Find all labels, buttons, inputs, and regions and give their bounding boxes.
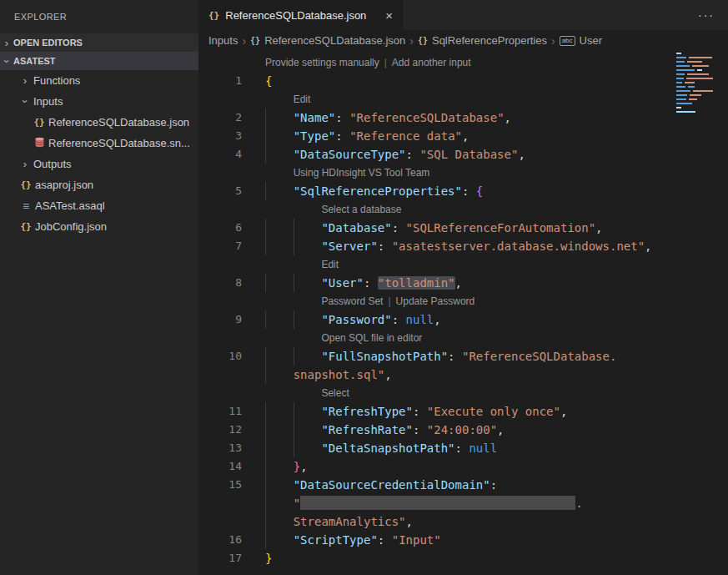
code-token: snapshot.sql" (294, 368, 385, 381)
code-token: : (448, 350, 462, 363)
indent-guide (265, 512, 294, 531)
json-icon: {} (208, 10, 219, 21)
breadcrumb-label: SqlReferenceProperties (432, 34, 547, 47)
code-token: , (384, 368, 391, 381)
tab-referencesqldatabase-json[interactable]: {} ReferenceSQLDatabase.json × (198, 0, 403, 30)
minimap-line (676, 111, 725, 113)
code-token: "DataSourceCredentialDomain" (294, 478, 490, 492)
breadcrumb-separator-icon: › (409, 34, 414, 48)
close-tab-icon[interactable]: × (385, 8, 393, 23)
codelens-link-edit[interactable]: Edit (321, 259, 339, 270)
breadcrumb-item-user[interactable]: abcUser (560, 34, 602, 47)
minimap-line (676, 57, 725, 58)
code-token: "24:00:00" (427, 423, 497, 436)
code-token: : (413, 405, 427, 418)
minimap[interactable] (676, 53, 725, 115)
codelens-link-select-a-database[interactable]: Select a database (321, 204, 401, 215)
code-token: "Server" (321, 240, 377, 253)
codelens-link-select[interactable]: Select (321, 387, 349, 399)
codelens-link-edit[interactable]: Edit (294, 93, 311, 105)
explorer-title: EXPLORER (0, 0, 198, 33)
code-line: 3"Type": "Reference data", (198, 127, 728, 145)
code-editor[interactable]: Provide settings manually|Add another in… (198, 51, 728, 575)
code-token: , (645, 240, 651, 253)
indent-guide (265, 219, 294, 237)
json-icon: {} (18, 179, 33, 190)
indent-guide (265, 402, 294, 421)
code-token: "Password" (321, 313, 391, 326)
tree-item-functions[interactable]: ›Functions (0, 70, 198, 91)
code-line: 4"DataSourceType": "SQL Database", (198, 145, 728, 164)
chevron-right-icon: › (0, 37, 13, 49)
code-token: "User" (321, 276, 364, 290)
code-token: "RefreshRate" (321, 423, 413, 436)
tree-item-label: ReferenceSQLDatabase.sn... (48, 137, 190, 149)
code-token: "Database" (321, 221, 391, 235)
tree-item-referencesqldatabase-sn[interactable]: ReferenceSQLDatabase.sn... (0, 133, 198, 154)
code-token: "Execute only once" (427, 405, 560, 418)
tab-bar: {} ReferenceSQLDatabase.json × ··· (198, 0, 728, 30)
tree-item-asatest-asaql[interactable]: ≡ASATest.asaql (0, 195, 198, 216)
code-token: { (265, 74, 272, 88)
string-symbol-icon: abc (560, 36, 575, 46)
breadcrumb-item-referencesqldatabase-json[interactable]: {}ReferenceSQLDatabase.json (250, 34, 405, 47)
indent-guide (265, 274, 294, 292)
breadcrumb-label: User (580, 34, 602, 47)
code-line: StreamAnalytics", (198, 512, 728, 531)
code-token: . (575, 497, 582, 510)
code-line: 10"FullSnapshotPath": "ReferenceSQLDatab… (198, 347, 728, 366)
codelens-link-provide-settings-manually[interactable]: Provide settings manually (265, 57, 379, 68)
code-token: , (462, 129, 469, 143)
breadcrumb-item-sqlreferenceproperties[interactable]: {}SqlReferenceProperties (418, 34, 547, 47)
line-number (198, 329, 242, 347)
tree-item-outputs[interactable]: ›Outputs (0, 154, 198, 174)
line-number: 17 (198, 549, 242, 567)
open-editors-section[interactable]: › OPEN EDITORS (0, 33, 198, 52)
minimap-line (676, 86, 725, 88)
line-number (198, 53, 242, 72)
line-number: 15 (198, 476, 242, 494)
code-token: : (462, 184, 476, 198)
codelens-separator: | (388, 295, 390, 307)
codelens-link-open-sql-file-in-editor[interactable]: Open SQL file in editor (321, 332, 422, 344)
code-token: null (469, 441, 497, 455)
more-actions-button[interactable]: ··· (698, 0, 715, 30)
tree-item-label: Outputs (33, 158, 72, 170)
workspace-section-asatest[interactable]: › ASATEST (0, 52, 198, 70)
tree-item-jobconfig-json[interactable]: {}JobConfig.json (0, 216, 198, 237)
code-token: : (406, 148, 420, 161)
code-line: 7"Server": "asatestserver.database.windo… (198, 237, 728, 255)
tree-item-referencesqldatabase-json[interactable]: {}ReferenceSQLDatabase.json (0, 112, 198, 133)
breadcrumb-item-inputs[interactable]: Inputs (208, 34, 238, 47)
json-symbol-icon: {} (250, 36, 260, 45)
workspace-label: ASATEST (13, 56, 56, 66)
tree-item-asaproj-json[interactable]: {}asaproj.json (0, 174, 198, 195)
code-token: null (406, 313, 434, 326)
code-token: "DataSourceType" (294, 148, 406, 161)
json-icon: {} (18, 221, 33, 232)
code-token: "Input" (392, 533, 441, 547)
tree-item-label: Inputs (33, 95, 63, 108)
code-token: "RefreshType" (321, 405, 413, 418)
tab-label: ReferenceSQLDatabase.json (225, 9, 366, 22)
code-token: "Reference data" (349, 129, 462, 143)
line-number: 13 (198, 439, 242, 457)
indent-guide (294, 237, 322, 255)
code-token: "Name" (294, 111, 336, 124)
line-number: 9 (198, 310, 242, 329)
json-icon: {} (32, 117, 47, 128)
code-token: : (392, 221, 406, 235)
code-token: : (490, 478, 497, 492)
codelens-link-add-another-input[interactable]: Add another input (392, 57, 471, 68)
codelens-link-password-set[interactable]: Password Set (321, 295, 383, 307)
tree-item-inputs[interactable]: ›Inputs (0, 91, 198, 112)
code-token: "DeltaSnapshotPath" (321, 441, 454, 455)
line-number: 16 (198, 531, 242, 549)
codelens-link-using-hdinsight-vs-tool-team[interactable]: Using HDInsight VS Tool Team (294, 167, 430, 179)
line-number (198, 494, 242, 512)
minimap-line (676, 90, 725, 92)
tree-item-label: ASATest.asaql (35, 199, 105, 212)
codelens-row: Using HDInsight VS Tool Team (198, 164, 728, 182)
codelens-link-update-password[interactable]: Update Password (396, 295, 475, 307)
line-number (198, 90, 242, 108)
